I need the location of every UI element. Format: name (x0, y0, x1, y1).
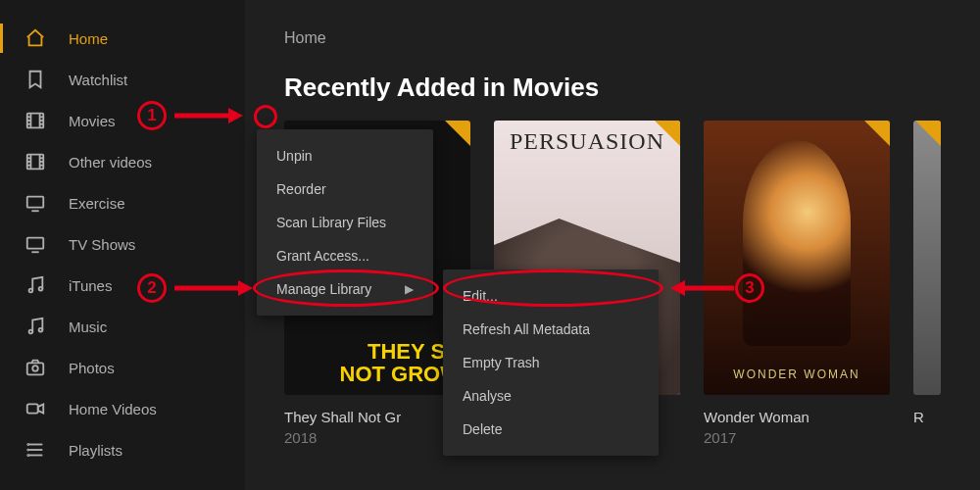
menu-item-label: Refresh All Metadata (463, 321, 590, 337)
chevron-right-icon: ▶ (405, 282, 414, 296)
sidebar-item-itunes[interactable]: iTunes (0, 265, 245, 306)
sidebar: Home Watchlist Movies Other videos Exerc… (0, 0, 245, 490)
sidebar-item-label: Photos (69, 360, 115, 376)
bookmark-icon (24, 68, 47, 91)
menu-item-label: Manage Library (276, 281, 371, 297)
submenu-item-analyse[interactable]: Analyse (443, 379, 659, 413)
poster-title: Wonder Woman (704, 409, 890, 425)
breadcrumb: Home (284, 29, 941, 47)
poster-title: R (913, 409, 941, 425)
poster-art-text: PERSUASION (494, 128, 680, 155)
submenu-item-delete[interactable]: Delete (443, 413, 659, 446)
film-icon (24, 150, 47, 173)
submenu-item-empty-trash[interactable]: Empty Trash (443, 346, 659, 379)
sidebar-item-label: TV Shows (69, 236, 135, 253)
menu-item-label: Analyse (463, 388, 512, 404)
sidebar-item-home-videos[interactable]: Home Videos (0, 388, 245, 429)
library-context-menu: Unpin Reorder Scan Library Files Grant A… (257, 129, 433, 316)
sidebar-item-label: Watchlist (69, 72, 127, 88)
poster-art-text: WONDER WOMAN (704, 368, 890, 381)
sidebar-item-movies[interactable]: Movies (0, 100, 245, 141)
sidebar-item-label: Other videos (69, 154, 152, 171)
sidebar-item-label: Movies (69, 113, 116, 129)
svg-point-34 (27, 455, 28, 456)
sidebar-item-other-videos[interactable]: Other videos (0, 141, 245, 182)
menu-item-label: Grant Access... (276, 248, 369, 264)
menu-item-unpin[interactable]: Unpin (257, 139, 433, 172)
poster-art[interactable]: WONDER WOMAN (704, 121, 890, 395)
sidebar-item-watchlist[interactable]: Watchlist (0, 59, 245, 100)
unwatched-ribbon-icon (445, 121, 470, 146)
camera-icon (24, 356, 47, 379)
manage-library-submenu: Edit... Refresh All Metadata Empty Trash… (443, 270, 659, 456)
svg-point-24 (29, 330, 33, 334)
svg-point-32 (27, 444, 28, 445)
svg-point-33 (27, 450, 28, 451)
unwatched-ribbon-icon (864, 121, 890, 146)
sidebar-item-label: iTunes (69, 277, 112, 294)
sidebar-item-music[interactable]: Music (0, 306, 245, 347)
sidebar-item-label: Home (69, 30, 108, 47)
camcorder-icon (24, 397, 47, 420)
svg-point-22 (29, 289, 33, 293)
sidebar-item-exercise[interactable]: Exercise (0, 182, 245, 223)
sidebar-item-label: Music (69, 318, 107, 335)
playlist-icon (24, 438, 47, 462)
svg-point-27 (32, 366, 38, 371)
svg-point-25 (39, 328, 43, 332)
poster-item[interactable]: WONDER WOMAN Wonder Woman 2017 (704, 121, 890, 446)
menu-item-label: Reorder (276, 181, 326, 197)
submenu-item-edit[interactable]: Edit... (443, 279, 659, 313)
poster-item[interactable]: R (913, 121, 941, 446)
music-icon (24, 273, 47, 297)
section-title: Recently Added in Movies (284, 73, 941, 103)
menu-item-label: Unpin (276, 148, 313, 164)
sidebar-item-home[interactable]: Home (0, 18, 245, 59)
svg-rect-26 (27, 363, 44, 374)
menu-item-grant-access[interactable]: Grant Access... (257, 239, 433, 272)
svg-rect-20 (27, 238, 44, 249)
poster-art-shape (743, 140, 851, 346)
menu-item-manage-library[interactable]: Manage Library ▶ (257, 272, 433, 306)
submenu-item-refresh-metadata[interactable]: Refresh All Metadata (443, 313, 659, 346)
sidebar-item-playlists[interactable]: Playlists (0, 429, 245, 470)
menu-item-scan[interactable]: Scan Library Files (257, 206, 433, 239)
svg-rect-28 (27, 404, 38, 413)
sidebar-item-label: Home Videos (69, 401, 157, 417)
tv-icon (24, 232, 47, 256)
menu-item-reorder[interactable]: Reorder (257, 172, 433, 206)
menu-item-label: Delete (463, 421, 502, 437)
unwatched-ribbon-icon (915, 121, 941, 146)
poster-art[interactable] (913, 121, 941, 395)
sidebar-item-photos[interactable]: Photos (0, 347, 245, 388)
poster-art-text: THEY SH NOT GROW (294, 340, 461, 385)
home-icon (24, 26, 47, 50)
sidebar-item-label: Exercise (69, 195, 125, 212)
sidebar-item-tv-shows[interactable]: TV Shows (0, 223, 245, 265)
poster-year: 2017 (704, 429, 890, 446)
music-icon (24, 315, 47, 338)
tv-icon (24, 191, 47, 215)
svg-point-23 (39, 287, 43, 291)
sidebar-item-label: Playlists (69, 442, 122, 459)
menu-item-label: Edit... (463, 288, 498, 304)
menu-item-label: Empty Trash (463, 355, 540, 370)
menu-item-label: Scan Library Files (276, 215, 386, 230)
svg-rect-18 (27, 197, 44, 208)
film-icon (24, 109, 47, 132)
